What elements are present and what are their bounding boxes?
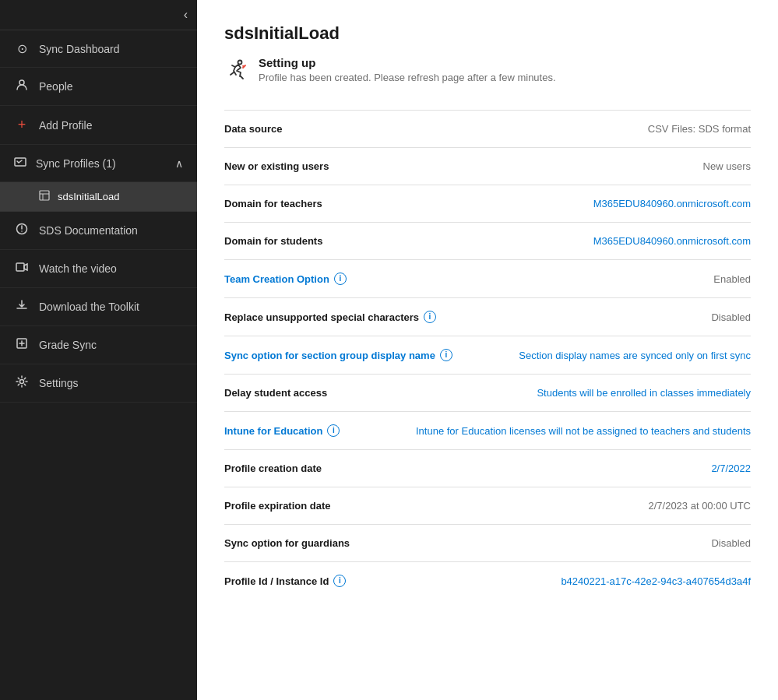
sidebar-item-sync-dashboard[interactable]: ⊙ Sync Dashboard [0, 30, 197, 68]
sidebar-item-settings[interactable]: Settings [0, 364, 197, 403]
sidebar-item-grade-sync[interactable]: Grade Sync [0, 326, 197, 364]
table-row: Data sourceCSV Files: SDS format [224, 111, 751, 148]
main-content: sdsInitialLoad Setting up Profile has be… [197, 0, 778, 700]
detail-label: Domain for teachers [224, 198, 322, 209]
sidebar-item-people[interactable]: People [0, 68, 197, 106]
detail-value: 2/7/2023 at 00:00 UTC [648, 500, 751, 512]
detail-label: Data source [224, 123, 282, 135]
detail-rows: Data sourceCSV Files: SDS formatNew or e… [224, 111, 751, 600]
detail-value: b4240221-a17c-42e2-94c3-a407654d3a4f [561, 575, 751, 587]
table-row: Sync option for section group display na… [224, 336, 751, 375]
sidebar-header: ‹ [0, 0, 197, 30]
detail-label: Team Creation Optioni [224, 273, 347, 285]
sidebar-item-label: People [39, 80, 73, 93]
table-row: Delay student accessStudents will be enr… [224, 375, 751, 412]
detail-value: Enabled [713, 273, 751, 285]
detail-label: Profile creation date [224, 463, 322, 474]
sidebar-item-add-profile[interactable]: + Add Profile [0, 106, 197, 145]
detail-value: M365EDU840960.onmicrosoft.com [593, 235, 751, 247]
sidebar-profile-name: sdsInitialLoad [58, 191, 120, 202]
detail-label: Sync option for section group display na… [224, 349, 452, 361]
sidebar-item-label: Grade Sync [39, 339, 97, 351]
sidebar-item-label: Add Profile [39, 119, 92, 132]
info-icon[interactable]: i [424, 311, 436, 323]
add-profile-icon: + [14, 117, 30, 133]
detail-value: Intune for Education licenses will not b… [416, 425, 751, 437]
sds-doc-icon [14, 223, 30, 238]
sidebar-item-download-toolkit[interactable]: Download the Toolkit [0, 288, 197, 326]
info-icon[interactable]: i [334, 273, 347, 285]
detail-label: New or existing users [224, 160, 329, 172]
status-description: Profile has been created. Please refresh… [259, 72, 556, 83]
table-row: Team Creation OptioniEnabled [224, 260, 751, 298]
setup-status: Setting up Profile has been created. Ple… [224, 56, 751, 88]
toolkit-icon [14, 299, 30, 315]
detail-value: New users [703, 160, 751, 172]
svg-point-12 [20, 380, 24, 384]
profile-table-icon [39, 190, 50, 203]
sidebar-item-label: Watch the video [39, 262, 117, 275]
chevron-icon: ∧ [175, 157, 183, 170]
detail-label: Delay student access [224, 387, 327, 399]
page-title: sdsInitialLoad [224, 23, 751, 44]
detail-label: Domain for students [224, 235, 322, 247]
sidebar-sync-profiles-header[interactable]: Sync Profiles (1) ∧ [0, 145, 197, 182]
table-row: Profile Id / Instance Idib4240221-a17c-4… [224, 562, 751, 600]
detail-value: Disabled [711, 311, 751, 323]
people-icon [14, 79, 30, 94]
settings-icon [14, 375, 30, 391]
sidebar-item-label: Sync Dashboard [39, 43, 120, 55]
info-icon[interactable]: i [440, 349, 452, 361]
table-row: Domain for studentsM365EDU840960.onmicro… [224, 223, 751, 260]
detail-value: Section display names are synced only on… [519, 350, 751, 361]
sidebar-item-label: Settings [39, 377, 79, 389]
info-icon[interactable]: i [333, 575, 346, 587]
table-row: Intune for EducationiIntune for Educatio… [224, 412, 751, 450]
detail-label: Profile Id / Instance Idi [224, 575, 346, 587]
table-row: Profile expiration date2/7/2023 at 00:00… [224, 487, 751, 525]
info-icon[interactable]: i [327, 424, 340, 437]
detail-value: M365EDU840960.onmicrosoft.com [593, 198, 751, 209]
grade-sync-icon [14, 337, 30, 353]
detail-value: 2/7/2022 [711, 463, 751, 474]
video-icon [14, 261, 30, 276]
table-row: New or existing usersNew users [224, 148, 751, 185]
sync-dashboard-icon: ⊙ [14, 41, 30, 56]
detail-label: Sync option for guardians [224, 537, 350, 549]
sidebar-item-sds-initial-load[interactable]: sdsInitialLoad [0, 182, 197, 212]
table-row: Domain for teachersM365EDU840960.onmicro… [224, 185, 751, 223]
setup-running-icon [224, 58, 249, 88]
sidebar: ‹ ⊙ Sync Dashboard People + Add Profile … [0, 0, 197, 700]
detail-label: Replace unsupported special charactersi [224, 311, 436, 323]
svg-rect-2 [40, 191, 49, 200]
sidebar-item-sds-documentation[interactable]: SDS Documentation [0, 212, 197, 250]
detail-value: CSV Files: SDS format [648, 123, 751, 135]
table-row: Replace unsupported special charactersiD… [224, 298, 751, 336]
svg-rect-8 [16, 263, 24, 271]
detail-value: Disabled [711, 537, 751, 549]
svg-point-0 [19, 80, 24, 85]
table-row: Profile creation date2/7/2022 [224, 450, 751, 487]
sync-profiles-icon [14, 156, 26, 171]
detail-label: Profile expiration date [224, 500, 331, 512]
status-label: Setting up [259, 56, 556, 69]
table-row: Sync option for guardiansDisabled [224, 525, 751, 562]
sidebar-item-label: SDS Documentation [39, 224, 138, 237]
detail-value: Students will be enrolled in classes imm… [537, 387, 751, 399]
sidebar-item-watch-video[interactable]: Watch the video [0, 250, 197, 288]
svg-point-7 [21, 230, 23, 232]
sidebar-item-label: Download the Toolkit [39, 301, 139, 313]
detail-label: Intune for Educationi [224, 424, 340, 437]
collapse-sidebar-button[interactable]: ‹ [184, 8, 188, 22]
sync-profiles-label: Sync Profiles (1) [36, 157, 116, 170]
svg-point-13 [238, 61, 242, 65]
